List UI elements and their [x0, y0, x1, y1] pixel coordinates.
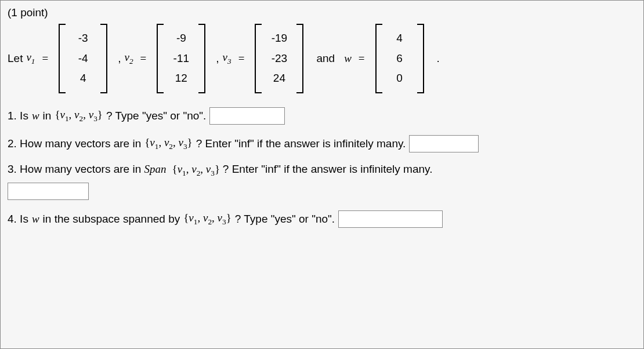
q1-w: w	[32, 110, 39, 122]
q2-tail: ? Enter "inf" if the answer is infinitel…	[196, 137, 406, 150]
q3-span: Span	[144, 163, 166, 175]
v1-e2: -4	[75, 50, 91, 67]
comma-1: ,	[114, 52, 121, 65]
matrix-v1: -3 -4 4	[59, 24, 107, 93]
q3-set: {v1, v2, v3}	[169, 163, 223, 175]
q3-pre: 3. How many vectors are in	[8, 163, 144, 175]
eq-4: =	[355, 52, 368, 65]
q4-input[interactable]	[338, 210, 443, 228]
q1-mid: in	[43, 110, 52, 122]
v2-e3: 12	[173, 70, 189, 87]
question-page: (1 point) Let v1 = -3 -4 4 , v2 = -9 -11…	[0, 0, 644, 349]
question-4: 4. Is w in the subspace spanned by {v1, …	[8, 210, 636, 228]
v2-e1: -9	[173, 30, 189, 47]
q1-input[interactable]	[209, 107, 285, 125]
v3-symbol: v3	[223, 51, 231, 66]
vector-definitions: Let v1 = -3 -4 4 , v2 = -9 -11 12 , v3 =	[8, 24, 636, 93]
q3-tail: ? Enter "inf" if the answer is infinitel…	[223, 163, 433, 175]
v3-e2: -23	[271, 50, 287, 67]
w-e1: 4	[392, 30, 408, 47]
q4-w: w	[32, 213, 39, 226]
points-label: (1 point)	[8, 6, 636, 19]
v3-e1: -19	[271, 30, 287, 47]
v2-symbol: v2	[125, 51, 133, 66]
matrix-w: 4 6 0	[375, 24, 424, 93]
v1-e3: 4	[75, 70, 91, 87]
comma-2: ,	[212, 52, 219, 65]
v1-symbol: v1	[26, 51, 35, 66]
w-symbol: w	[344, 52, 352, 65]
v1-e1: -3	[75, 30, 91, 47]
q4-mid: in the subspace spanned by	[43, 213, 180, 226]
q3-input[interactable]	[8, 183, 89, 200]
and-text: and	[310, 52, 341, 65]
q2-pre: 2. How many vectors are in	[8, 137, 141, 150]
eq-2: =	[137, 52, 150, 65]
question-3: 3. How many vectors are in Span {v1, v2,…	[8, 163, 636, 200]
question-1: 1. Is w in {v1, v2, v3} ? Type "yes" or …	[8, 107, 636, 125]
period: .	[431, 52, 440, 65]
q1-set: {v1, v2, v3}	[55, 108, 103, 123]
q1-tail: ? Type "yes" or "no".	[106, 110, 206, 122]
question-2: 2. How many vectors are in {v1, v2, v3} …	[8, 135, 636, 152]
eq-3: =	[235, 52, 248, 65]
w-e3: 0	[392, 70, 408, 87]
w-e2: 6	[392, 50, 408, 67]
q2-set: {v1, v2, v3}	[144, 136, 193, 151]
q4-tail: ? Type "yes" or "no".	[235, 213, 335, 226]
v3-e3: 24	[271, 70, 287, 87]
v2-e2: -11	[173, 50, 189, 67]
matrix-v2: -9 -11 12	[157, 24, 205, 93]
q1-pre: 1. Is	[8, 110, 28, 122]
eq-1: =	[39, 52, 52, 65]
q4-pre: 4. Is	[8, 213, 28, 226]
q4-set: {v1, v2, v3}	[183, 212, 231, 227]
let-text: Let	[8, 52, 23, 65]
matrix-v3: -19 -23 24	[255, 24, 303, 93]
q2-input[interactable]	[409, 135, 479, 152]
